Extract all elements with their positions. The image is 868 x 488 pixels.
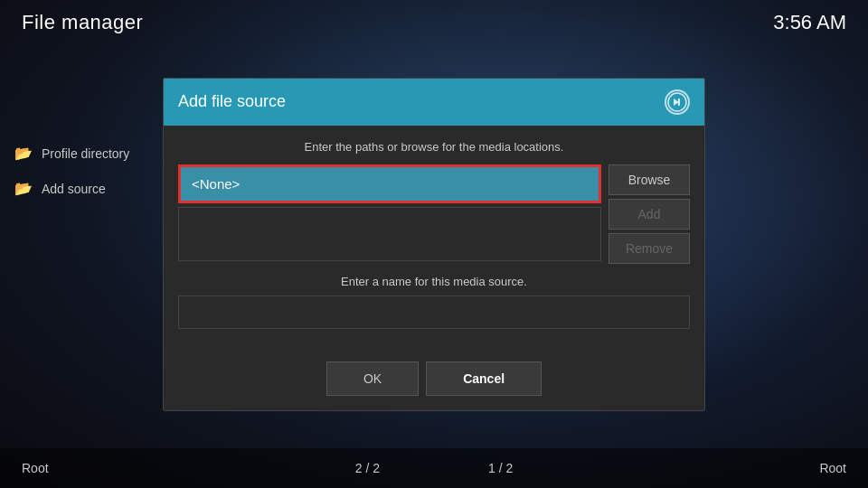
name-section: Enter a name for this media source. bbox=[178, 275, 690, 329]
add-file-source-dialog: Add file source Enter the paths or brows… bbox=[163, 78, 705, 411]
source-inputs: <None> bbox=[178, 164, 601, 261]
cancel-button[interactable]: Cancel bbox=[426, 361, 542, 396]
dialog-title: Add file source bbox=[178, 92, 286, 111]
dialog-body: Enter the paths or browse for the media … bbox=[164, 126, 704, 347]
dialog-header: Add file source bbox=[164, 79, 704, 126]
remove-button[interactable]: Remove bbox=[609, 233, 690, 264]
source-action-buttons: Browse Add Remove bbox=[609, 164, 690, 264]
name-input[interactable] bbox=[178, 296, 690, 329]
name-instruction: Enter a name for this media source. bbox=[178, 275, 690, 288]
modal-overlay: Add file source Enter the paths or brows… bbox=[0, 0, 868, 488]
none-input[interactable]: <None> bbox=[178, 164, 601, 203]
source-row: <None> Browse Add Remove bbox=[178, 164, 690, 264]
paths-instruction: Enter the paths or browse for the media … bbox=[178, 140, 690, 154]
kodi-logo-icon bbox=[665, 89, 690, 115]
dialog-footer: OK Cancel bbox=[164, 347, 704, 410]
browse-button[interactable]: Browse bbox=[609, 164, 690, 195]
extra-sources-area bbox=[178, 207, 601, 261]
add-button[interactable]: Add bbox=[609, 199, 690, 230]
ok-button[interactable]: OK bbox=[326, 361, 419, 396]
